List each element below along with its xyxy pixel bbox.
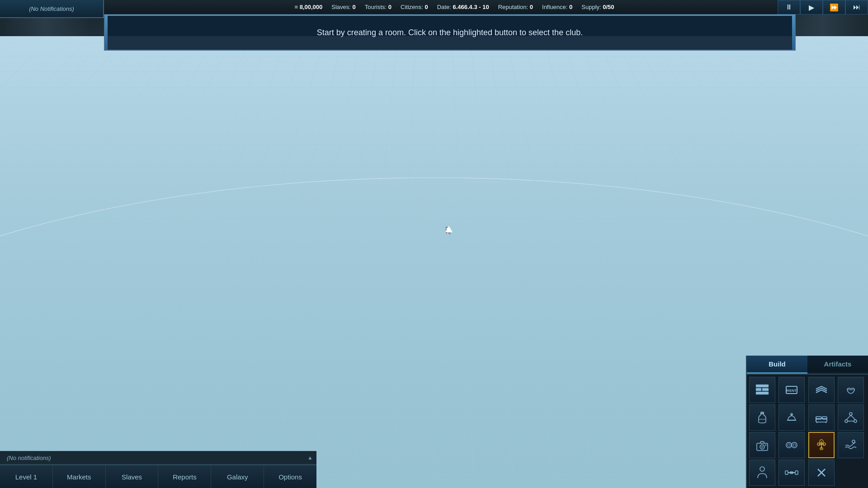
- tutorial-text: Start by creating a room. Click on the h…: [308, 28, 592, 38]
- svg-point-37: [760, 467, 764, 471]
- svg-rect-39: [795, 471, 798, 474]
- svg-rect-38: [785, 471, 788, 474]
- build-item-service[interactable]: [778, 404, 805, 431]
- build-item-lips[interactable]: [838, 377, 864, 403]
- nav-galaxy[interactable]: Galaxy: [211, 465, 264, 488]
- bottom-nav: Level 1 Markets Slaves Reports Galaxy Op…: [0, 465, 316, 488]
- right-panel: Build Artifacts RENT: [746, 356, 868, 488]
- svg-point-17: [849, 413, 852, 415]
- nav-markets[interactable]: Markets: [53, 465, 106, 488]
- svg-point-24: [760, 445, 764, 449]
- build-item-network[interactable]: [838, 404, 864, 431]
- svg-point-28: [792, 442, 797, 448]
- build-item-weights[interactable]: [778, 460, 805, 486]
- svg-line-21: [851, 415, 855, 420]
- svg-text:RENT: RENT: [787, 389, 797, 393]
- nav-level[interactable]: Level 1: [0, 465, 53, 488]
- build-grid: RENT: [747, 375, 868, 488]
- svg-point-19: [854, 420, 857, 422]
- stat-reputation: Reputation: 0: [498, 4, 533, 10]
- stat-date: Date: 6.466.4.3 - 10: [437, 4, 489, 10]
- arena-floor[interactable]: [0, 36, 868, 488]
- build-item-wall[interactable]: [749, 377, 775, 403]
- svg-rect-12: [816, 417, 821, 419]
- stat-supply: Supply: 0/50: [581, 4, 614, 10]
- svg-point-26: [765, 445, 767, 446]
- tab-artifacts[interactable]: Artifacts: [807, 356, 868, 374]
- svg-rect-3: [756, 392, 769, 394]
- nav-slaves[interactable]: Slaves: [106, 465, 159, 488]
- build-item-bottle[interactable]: [749, 404, 775, 431]
- build-item-rank[interactable]: [808, 377, 835, 403]
- panel-tabs: Build Artifacts: [747, 356, 868, 375]
- fastest-button[interactable]: ⏭: [845, 0, 868, 14]
- fast-button[interactable]: ⏩: [823, 0, 845, 14]
- status-bar-arrow: ▲: [307, 455, 313, 461]
- svg-rect-13: [822, 417, 827, 419]
- svg-rect-2: [762, 388, 769, 391]
- game-viewport: [0, 0, 868, 488]
- nav-options[interactable]: Options: [264, 465, 316, 488]
- svg-point-29: [788, 444, 790, 446]
- notification-label: (No Notifications): [29, 5, 74, 12]
- top-bar: ≡ 8,00,000 Slaves: 0 Tourists: 0 Citizen…: [0, 0, 868, 14]
- svg-point-36: [852, 440, 855, 443]
- build-item-camera[interactable]: [749, 432, 775, 458]
- build-item-bed[interactable]: [808, 404, 835, 431]
- stat-slaves: Slaves: 0: [331, 4, 356, 10]
- tutorial-box: Start by creating a room. Click on the h…: [104, 14, 796, 51]
- notification-button[interactable]: (No Notifications): [0, 0, 104, 18]
- nav-reports[interactable]: Reports: [158, 465, 211, 488]
- svg-point-30: [793, 444, 796, 446]
- status-text: (No notifications): [7, 455, 51, 461]
- stat-influence: Influence: 0: [542, 4, 572, 10]
- status-bar: (No notifications) ▲: [0, 451, 316, 465]
- svg-point-27: [786, 442, 792, 448]
- svg-rect-0: [756, 385, 769, 387]
- build-item-swim[interactable]: [838, 432, 864, 458]
- stat-money: ≡ 8,00,000: [294, 4, 322, 10]
- svg-line-20: [846, 415, 851, 420]
- build-item-cuffs[interactable]: [778, 432, 805, 458]
- tab-build[interactable]: Build: [747, 356, 807, 374]
- svg-rect-1: [756, 388, 761, 391]
- svg-point-18: [845, 420, 848, 422]
- play-button[interactable]: ▶: [800, 0, 823, 14]
- stat-tourists: Tourists: 0: [365, 4, 392, 10]
- arena-oval: [0, 178, 868, 488]
- build-item-cancel[interactable]: [808, 460, 835, 486]
- speed-controls: ⏸ ▶ ⏩ ⏭: [778, 0, 868, 14]
- pause-button[interactable]: ⏸: [778, 0, 800, 14]
- svg-point-25: [761, 446, 763, 448]
- stat-citizens: Citizens: 0: [401, 4, 428, 10]
- build-item-club[interactable]: [808, 432, 835, 458]
- build-item-rent[interactable]: RENT: [778, 377, 805, 403]
- build-item-person[interactable]: [749, 460, 775, 486]
